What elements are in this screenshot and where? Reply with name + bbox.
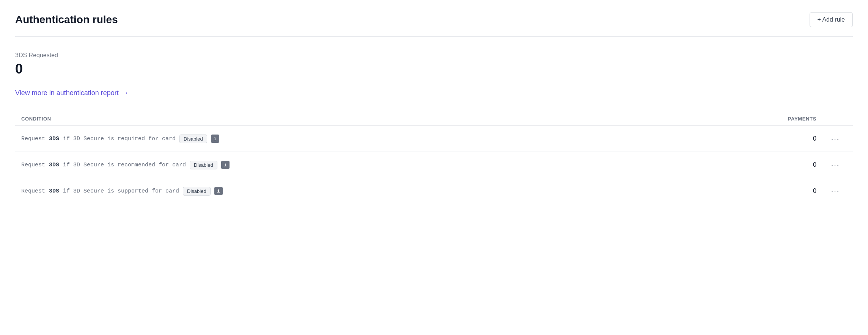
page-title: Authentication rules xyxy=(15,14,118,26)
row-actions-2: ··· xyxy=(824,160,847,170)
payments-value-2: 0 xyxy=(756,161,824,168)
more-menu-button-1[interactable]: ··· xyxy=(828,133,843,144)
view-more-text: View more in authentication report xyxy=(15,89,119,97)
rules-table: CONDITION PAYMENTS Request 3DS if 3D Sec… xyxy=(15,112,853,204)
row-actions-3: ··· xyxy=(824,186,847,196)
arrow-icon: → xyxy=(122,89,129,97)
table-row: Request 3DS if 3D Secure is required for… xyxy=(15,126,853,152)
condition-keyword-1: 3DS xyxy=(49,136,59,142)
table-row: Request 3DS if 3D Secure is recommended … xyxy=(15,152,853,178)
add-rule-button[interactable]: + Add rule xyxy=(810,12,853,27)
info-icon-1[interactable]: i xyxy=(211,135,219,143)
condition-keyword-3: 3DS xyxy=(49,188,59,194)
info-icon-2[interactable]: i xyxy=(221,161,230,169)
page-header: Authentication rules + Add rule xyxy=(15,12,853,37)
row-condition: Request 3DS if 3D Secure is recommended … xyxy=(21,161,756,169)
more-menu-button-2[interactable]: ··· xyxy=(828,160,843,170)
table-row: Request 3DS if 3D Secure is supported fo… xyxy=(15,178,853,204)
condition-suffix-1: if 3D Secure is required for card xyxy=(63,136,176,142)
condition-prefix-1: Request xyxy=(21,136,45,142)
status-badge-2: Disabled xyxy=(190,161,217,169)
condition-prefix-2: Request xyxy=(21,162,45,168)
column-payments: PAYMENTS xyxy=(756,116,824,122)
status-badge-1: Disabled xyxy=(179,135,207,143)
status-badge-3: Disabled xyxy=(183,187,211,196)
row-condition: Request 3DS if 3D Secure is supported fo… xyxy=(21,187,756,196)
condition-keyword-2: 3DS xyxy=(49,162,59,168)
stats-section: 3DS Requested 0 xyxy=(15,52,853,77)
stats-value: 0 xyxy=(15,61,853,77)
view-more-link[interactable]: View more in authentication report → xyxy=(15,89,129,97)
column-actions xyxy=(824,116,847,122)
info-icon-3[interactable]: i xyxy=(214,187,223,195)
more-menu-button-3[interactable]: ··· xyxy=(828,186,843,196)
stats-label: 3DS Requested xyxy=(15,52,853,59)
page-container: Authentication rules + Add rule 3DS Requ… xyxy=(0,0,868,216)
row-condition: Request 3DS if 3D Secure is required for… xyxy=(21,135,756,143)
condition-suffix-3: if 3D Secure is supported for card xyxy=(63,188,179,194)
payments-value-3: 0 xyxy=(756,188,824,194)
condition-suffix-2: if 3D Secure is recommended for card xyxy=(63,162,186,168)
table-header: CONDITION PAYMENTS xyxy=(15,112,853,126)
condition-prefix-3: Request xyxy=(21,188,45,194)
column-condition: CONDITION xyxy=(21,116,756,122)
row-actions-1: ··· xyxy=(824,133,847,144)
payments-value-1: 0 xyxy=(756,135,824,142)
